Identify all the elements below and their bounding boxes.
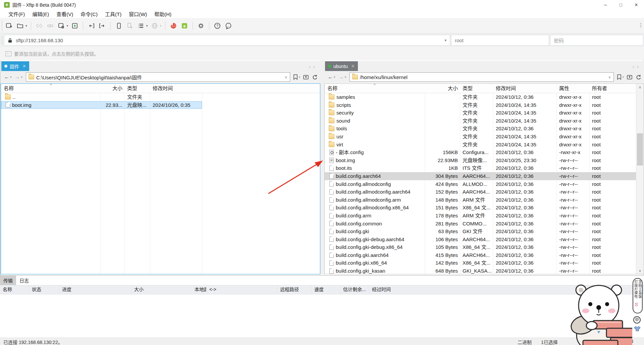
file-row[interactable]: build.config.allmodconfig.arm 148 Bytes … xyxy=(325,196,636,204)
remote-path-input[interactable]: /home/xu/linux/kernel ∨ xyxy=(350,72,614,82)
menu-item[interactable]: 窗口(W) xyxy=(125,10,151,18)
file-row[interactable]: build.config.allmodconfig 424 Bytes ALLM… xyxy=(325,180,636,188)
vertical-scrollbar[interactable]: ∧ ∨ xyxy=(636,84,644,274)
tab-scroll-arrows[interactable]: ‹› xyxy=(633,64,641,69)
new-session-icon[interactable] xyxy=(5,21,13,30)
file-row[interactable]: build.config.gki.x86_64 142 Bytes X86_64… xyxy=(325,259,636,267)
list-view-icon[interactable] xyxy=(137,21,145,30)
transfer-column[interactable]: 远程路径 xyxy=(277,285,312,294)
menu-item[interactable]: 命令(C) xyxy=(77,10,101,18)
close-button[interactable]: ✕ xyxy=(629,0,644,9)
password-input[interactable]: 密码 xyxy=(550,35,643,46)
menu-item[interactable]: 帮助(H) xyxy=(151,10,175,18)
transfer-column[interactable]: 大小 xyxy=(131,285,195,294)
local-tab[interactable]: 固件 ✕ xyxy=(1,61,29,71)
bookmark-icon[interactable]: ▾ xyxy=(617,74,624,80)
menu-item[interactable]: 编辑(E) xyxy=(29,10,53,18)
properties-caret-icon[interactable]: ▾ xyxy=(67,24,68,27)
remote-tab[interactable]: ubuntu ✕ xyxy=(325,61,358,71)
forward-caret-icon[interactable]: ▾ xyxy=(345,75,346,79)
new-window-icon[interactable] xyxy=(125,21,134,30)
file-row[interactable]: security 文件夹 2024/10/24, 14:35 drwxr-xr-… xyxy=(325,109,636,117)
scroll-up-icon[interactable]: ∧ xyxy=(636,84,644,90)
device-icon[interactable] xyxy=(114,21,123,30)
back-caret-icon[interactable]: ▾ xyxy=(334,75,335,79)
open-folder-icon[interactable] xyxy=(16,21,24,30)
transfer-column[interactable]: 估计剩余... xyxy=(340,285,369,294)
file-row[interactable]: build.config.allmodconfig.aarch64 152 By… xyxy=(325,188,636,196)
ime-logo[interactable]: S xyxy=(635,301,638,307)
tab-close-icon[interactable]: ✕ xyxy=(22,64,26,69)
open-containing-folder-icon[interactable] xyxy=(303,74,309,80)
file-row[interactable]: usr 文件夹 2024/10/24, 14:35 drwxr-xr-x roo… xyxy=(325,133,636,141)
file-row[interactable]: .. 文件夹 xyxy=(1,93,202,101)
tab-scroll-arrows[interactable]: ‹› xyxy=(309,64,318,69)
forward-caret-icon[interactable]: ▾ xyxy=(21,75,23,79)
address-dropdown-icon[interactable]: ▾ xyxy=(444,38,446,43)
tab-transfer[interactable]: 传输 xyxy=(0,276,16,285)
file-row[interactable]: samples 文件夹 2024/10/12, 0:36 drwxr-xr-x … xyxy=(325,93,636,101)
column-modified[interactable]: 修改时间 xyxy=(150,84,202,93)
transfer-column[interactable]: 状态 xyxy=(29,285,59,294)
file-row[interactable]: build.config.allmodconfig.x86_64 151 Byt… xyxy=(325,204,636,212)
maximize-button[interactable]: □ xyxy=(613,0,629,9)
menu-item[interactable]: 查看(V) xyxy=(53,10,77,18)
column-modified[interactable]: 修改时间 xyxy=(493,84,556,93)
transfer-column[interactable]: <-> xyxy=(207,285,277,294)
menu-item[interactable]: 工具(T) xyxy=(101,10,125,18)
file-row[interactable]: boot.img 22.93MB 光盘映像... 2024/10/25, 23:… xyxy=(325,156,636,164)
file-row[interactable]: scripts 文件夹 2024/10/24, 14:35 drwxr-xr-x… xyxy=(325,101,636,109)
settings-gear-icon[interactable] xyxy=(197,21,205,30)
scroll-thumb[interactable] xyxy=(637,133,643,165)
forward-icon[interactable]: → xyxy=(15,74,20,80)
overflow-dots-icon[interactable]: ⋮ xyxy=(638,22,643,28)
tab-log[interactable]: 日志 xyxy=(16,276,32,285)
disconnect-icon[interactable] xyxy=(35,21,44,30)
globe-caret-icon[interactable]: ▾ xyxy=(160,24,162,27)
forward-icon[interactable]: → xyxy=(339,74,344,80)
file-row[interactable]: build.config.gki-debug.x86_64 105 Bytes … xyxy=(325,243,636,251)
minimize-button[interactable]: ─ xyxy=(598,0,613,9)
file-row[interactable]: boot.its 1KB ITS 文件 2024/10/12, 0:36 -rw… xyxy=(325,164,636,172)
file-row[interactable]: build.config.arm 178 Bytes ARM 文件 2024/1… xyxy=(325,212,636,220)
transfer-column[interactable]: 速度 xyxy=(312,285,340,294)
transfer-column[interactable]: 本地路径 xyxy=(195,285,207,294)
run-icon[interactable] xyxy=(70,21,79,30)
help-icon[interactable]: ? xyxy=(213,21,222,30)
file-row[interactable]: virt 文件夹 2024/10/24, 14:35 drwxr-xr-x ro… xyxy=(325,141,636,149)
menu-item[interactable]: 文件(F) xyxy=(5,10,29,18)
back-icon[interactable]: ← xyxy=(328,74,333,80)
transfer-column[interactable]: 进度 xyxy=(59,285,131,294)
file-row[interactable]: build.config.common 281 Bytes COMMO... 2… xyxy=(325,220,636,228)
refresh-icon[interactable] xyxy=(312,74,318,80)
address-input[interactable]: sftp://192.168.68.130 ▾ xyxy=(4,35,450,46)
file-row[interactable]: build.config.gki-debug.aarch64 106 Bytes… xyxy=(325,235,636,244)
ime-skin-icon[interactable] xyxy=(634,326,641,332)
feedback-icon[interactable]: … xyxy=(224,21,233,30)
file-row[interactable]: tools 文件夹 2024/10/12, 0:36 drwxr-xr-x ro… xyxy=(325,125,636,133)
column-attr[interactable]: 属性 xyxy=(556,84,589,93)
username-input[interactable]: root xyxy=(451,35,549,46)
open-containing-folder-icon[interactable] xyxy=(627,74,633,80)
file-row[interactable]: build.config.gki_kasan 648 Bytes GKI_KAS… xyxy=(325,267,636,274)
file-row[interactable]: build.config.aarch64 304 Bytes AARCH64..… xyxy=(325,172,636,180)
file-row[interactable]: - 副本.config 156KB Configura... 2024/10/1… xyxy=(325,148,636,156)
bookmark-icon[interactable]: ▾ xyxy=(293,74,300,80)
panel-splitter[interactable] xyxy=(320,60,324,275)
file-row[interactable]: build.config.gki.aarch64 415 Bytes AARCH… xyxy=(325,251,636,259)
file-row[interactable]: boot.img 22.93... 光盘映... 2024/10/26, 0:3… xyxy=(1,101,202,109)
path-dropdown-icon[interactable]: ∨ xyxy=(284,75,287,79)
file-row[interactable]: sound 文件夹 2024/10/24, 14:35 drwxr-xr-x r… xyxy=(325,117,636,125)
column-type[interactable]: 类型 xyxy=(460,84,493,93)
xshell-icon[interactable] xyxy=(169,21,178,30)
file-row[interactable]: build.config.gki 63 Bytes GKI 文件 2024/10… xyxy=(325,227,636,235)
column-size[interactable]: 大小 xyxy=(100,84,124,93)
refresh-icon[interactable] xyxy=(636,74,641,80)
reconnect-icon[interactable] xyxy=(46,21,55,30)
scroll-down-icon[interactable]: ∨ xyxy=(636,267,644,274)
globe-icon[interactable] xyxy=(150,21,159,30)
transfer-column[interactable]: 名称 xyxy=(0,285,29,294)
tab-close-icon[interactable]: ✕ xyxy=(351,64,355,69)
ime-banner[interactable]: 打踩打摸吃 字码工急饭 xyxy=(633,278,643,314)
export-icon[interactable] xyxy=(98,21,107,30)
